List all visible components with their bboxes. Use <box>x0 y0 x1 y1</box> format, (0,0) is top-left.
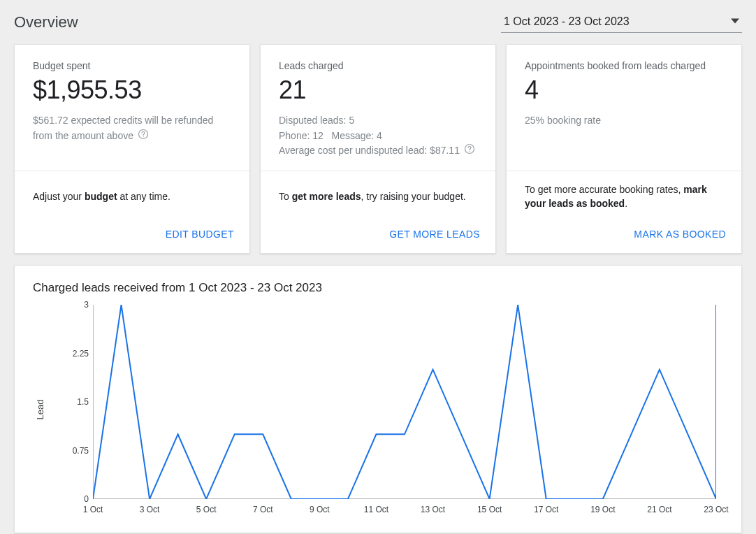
kpi-cards-row: Budget spent $1,955.53 $561.72 expected … <box>14 44 742 254</box>
line-chart <box>93 305 716 499</box>
budget-value: $1,955.53 <box>33 75 231 105</box>
y-tick: 3 <box>84 300 89 310</box>
y-axis-label: Lead <box>35 400 45 420</box>
leads-notes: Disputed leads: 5 Phone: 12 Message: 4 A… <box>279 113 477 159</box>
budget-card-body: Budget spent $1,955.53 $561.72 expected … <box>15 45 249 171</box>
budget-label: Budget spent <box>33 60 231 71</box>
budget-action-row: EDIT BUDGET <box>15 222 249 253</box>
leads-label: Leads charged <box>279 60 477 71</box>
header: Overview 1 Oct 2023 - 23 Oct 2023 <box>14 11 742 33</box>
chart-card: Charged leads received from 1 Oct 2023 -… <box>14 265 742 533</box>
y-ticks: 00.751.52.253 <box>65 305 93 499</box>
leads-breakdown: Phone: 12 Message: 4 <box>279 129 477 144</box>
svg-point-1 <box>143 136 143 137</box>
x-tick: 19 Oct <box>590 505 615 514</box>
x-tick: 17 Oct <box>534 505 558 514</box>
chart-area: Lead 00.751.52.253 1 Oct3 Oct5 Oct7 Oct9… <box>33 305 723 514</box>
page-title: Overview <box>14 13 78 31</box>
date-range-selector[interactable]: 1 Oct 2023 - 23 Oct 2023 <box>501 11 742 33</box>
svg-point-3 <box>469 151 470 152</box>
y-tick: 2.25 <box>73 349 89 359</box>
x-tick: 9 Oct <box>310 505 330 514</box>
avg-cost-line: Average cost per undisputed lead: $87.11 <box>279 143 477 159</box>
y-tick: 1.5 <box>77 397 89 407</box>
leads-action-row: GET MORE LEADS <box>261 222 495 253</box>
leads-hint: To get more leads, try raising your budg… <box>261 171 495 222</box>
x-tick: 15 Oct <box>477 505 502 514</box>
chart-title: Charged leads received from 1 Oct 2023 -… <box>33 281 723 295</box>
y-tick: 0.75 <box>73 446 89 456</box>
booking-rate: 25% booking rate <box>525 113 723 129</box>
budget-note: $561.72 expected credits will be refunde… <box>33 113 231 144</box>
edit-budget-button[interactable]: EDIT BUDGET <box>166 229 234 240</box>
disputed-leads: Disputed leads: 5 <box>279 113 477 129</box>
budget-hint: Adjust your budget at any time. <box>15 171 249 222</box>
x-tick: 11 Oct <box>364 505 388 514</box>
appointments-card: Appointments booked from leads charged 4… <box>506 44 742 254</box>
line-series <box>93 305 716 499</box>
chevron-down-icon <box>731 15 739 28</box>
appts-label: Appointments booked from leads charged <box>525 60 723 71</box>
x-tick: 1 Oct <box>83 505 103 514</box>
x-ticks: 1 Oct3 Oct5 Oct7 Oct9 Oct11 Oct13 Oct15 … <box>93 500 716 514</box>
leads-card-body: Leads charged 21 Disputed leads: 5 Phone… <box>261 45 495 171</box>
x-tick: 13 Oct <box>421 505 445 514</box>
x-tick: 3 Oct <box>140 505 160 514</box>
leads-value: 21 <box>279 75 477 105</box>
appts-hint: To get more accurate booking rates, mark… <box>507 171 741 222</box>
x-tick: 7 Oct <box>253 505 273 514</box>
help-icon[interactable] <box>138 129 149 145</box>
x-tick: 23 Oct <box>704 505 728 514</box>
y-tick: 0 <box>84 494 89 504</box>
leads-card: Leads charged 21 Disputed leads: 5 Phone… <box>260 44 496 254</box>
help-icon[interactable] <box>464 143 475 159</box>
appts-action-row: MARK AS BOOKED <box>507 222 741 253</box>
date-range-value: 1 Oct 2023 - 23 Oct 2023 <box>504 15 630 28</box>
appts-value: 4 <box>525 75 723 105</box>
x-tick: 21 Oct <box>647 505 671 514</box>
x-tick: 5 Oct <box>196 505 217 514</box>
plot: 00.751.52.253 1 Oct3 Oct5 Oct7 Oct9 Oct1… <box>65 305 716 514</box>
budget-card: Budget spent $1,955.53 $561.72 expected … <box>14 44 250 254</box>
appointments-card-body: Appointments booked from leads charged 4… <box>507 45 741 171</box>
mark-as-booked-button[interactable]: MARK AS BOOKED <box>634 229 726 240</box>
get-more-leads-button[interactable]: GET MORE LEADS <box>389 229 480 240</box>
